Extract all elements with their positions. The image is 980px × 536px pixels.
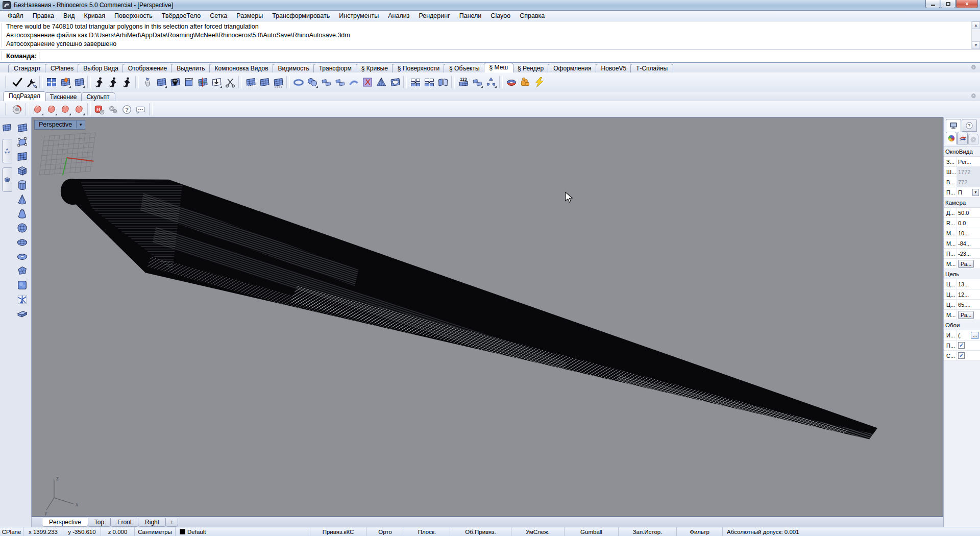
subd-convert-icon[interactable]: H: [92, 103, 106, 116]
property-value[interactable]: Ра...: [957, 310, 980, 320]
command-history[interactable]: There would be 740810 total triangular p…: [0, 21, 980, 50]
property-value[interactable]: 10...: [957, 228, 980, 238]
ribbon-tab-Т-Сплайны[interactable]: Т-Сплайны: [630, 64, 673, 72]
menu-item-Поверхность[interactable]: Поверхность: [110, 11, 157, 20]
status-cell-Орто[interactable]: Орто: [366, 527, 404, 536]
mesh-swap-icon[interactable]: [470, 75, 484, 89]
menu-item-Правка[interactable]: Правка: [28, 11, 59, 20]
subd-primitive-1-icon[interactable]: [31, 103, 44, 116]
viewport-title[interactable]: Perspective ▼: [34, 120, 85, 130]
viewport-tab-Front[interactable]: Front: [110, 518, 139, 527]
ribbon-tab-§ Кривые[interactable]: § Кривые: [356, 64, 394, 72]
menu-item-Анализ[interactable]: Анализ: [383, 11, 414, 20]
mesh-fan-icon[interactable]: [374, 75, 388, 89]
ribbon-tab-CPlanes[interactable]: CPlanes: [45, 64, 79, 72]
mesh-count-icon[interactable]: 123: [456, 75, 470, 89]
ribbon-tab-НовоеV5[interactable]: НовоеV5: [596, 64, 632, 72]
scroll-up-icon[interactable]: ▲: [972, 21, 980, 29]
property-value[interactable]: ✓: [957, 340, 980, 350]
status-cell-Сантиметры[interactable]: Сантиметры: [135, 527, 176, 536]
extract-connected-faces-icon[interactable]: [106, 75, 120, 89]
scroll-down-icon[interactable]: ▼: [972, 41, 980, 49]
mesh-chip-b-icon[interactable]: [333, 75, 347, 89]
purge-mesh-icon[interactable]: [168, 75, 182, 89]
mesh-ring-icon[interactable]: [291, 75, 305, 89]
status-cell-Gumball[interactable]: Gumball: [565, 527, 619, 536]
viewport-canvas[interactable]: z x y: [32, 118, 943, 516]
menu-item-Панели[interactable]: Панели: [455, 11, 486, 20]
property-value[interactable]: 0.0: [957, 218, 980, 228]
mirror-mesh-icon[interactable]: [436, 75, 450, 89]
property-value[interactable]: П▼: [957, 187, 980, 197]
mesh-steps-icon[interactable]: [72, 75, 86, 89]
mesh-toolbar-icon[interactable]: [0, 120, 14, 135]
mesh-slab-icon[interactable]: [15, 306, 29, 321]
status-cell-z[interactable]: z 0.000: [101, 527, 135, 536]
ribbon-tab-Видимость[interactable]: Видимость: [273, 64, 315, 72]
mesh-truncated-cone-icon[interactable]: [15, 206, 29, 221]
property-value[interactable]: ✓: [957, 351, 980, 360]
gear-icon[interactable]: [970, 63, 978, 71]
checkbox[interactable]: ✓: [958, 342, 965, 349]
add-viewport-tab[interactable]: +: [165, 518, 178, 527]
ribbon-tab-§ Поверхности[interactable]: § Поверхности: [392, 64, 445, 72]
property-value[interactable]: 50.0: [957, 208, 980, 217]
status-cell-Фильтр[interactable]: Фильтр: [677, 527, 723, 536]
tool-tab-ПодРаздел[interactable]: ПодРаздел: [3, 91, 46, 101]
status-cell-CPlane[interactable]: CPlane: [0, 527, 23, 536]
menu-item-Справка[interactable]: Справка: [515, 11, 549, 20]
mesh-from-points-icon[interactable]: [271, 75, 285, 89]
toolbar-grip[interactable]: [2, 23, 4, 47]
ribbon-tab-Оформления[interactable]: Оформления: [548, 64, 597, 72]
rebuild-mesh-icon[interactable]: [182, 75, 195, 89]
menu-item-Файл[interactable]: Файл: [3, 11, 28, 20]
viewport-properties-tab-icon[interactable]: [946, 119, 961, 132]
ribbon-tab-§ Рендер[interactable]: § Рендер: [512, 64, 549, 72]
display-tab-icon[interactable]: [946, 132, 957, 144]
toolbar-grip[interactable]: [5, 103, 7, 115]
extract-mesh-part-icon[interactable]: [92, 75, 106, 89]
menu-item-ТвёрдоеТело[interactable]: ТвёрдоеТело: [157, 11, 205, 20]
checkbox[interactable]: ✓: [958, 352, 965, 359]
subd-display-toggle-icon[interactable]: [10, 103, 24, 116]
mesh-split-bottom-icon[interactable]: [422, 75, 436, 89]
subd-settings-icon[interactable]: [106, 103, 120, 116]
property-value[interactable]: (....: [957, 330, 980, 340]
mesh-split-top-icon[interactable]: [408, 75, 422, 89]
status-cell-Абсолютный[interactable]: Абсолютный допуск: 0.001: [723, 527, 980, 536]
chevron-down-icon[interactable]: ▼: [77, 123, 85, 127]
status-cell-Зап.Истор.[interactable]: Зап.Истор.: [619, 527, 677, 536]
maximize-button[interactable]: [941, 0, 955, 8]
status-cell-y[interactable]: y -350.610: [63, 527, 101, 536]
viewport-tab-Perspective[interactable]: Perspective: [42, 518, 88, 527]
property-value[interactable]: Ра...: [957, 259, 980, 269]
mesh-ellipse-icon[interactable]: [388, 75, 402, 89]
property-button[interactable]: Ра...: [958, 311, 974, 319]
subd-primitive-3-icon[interactable]: [58, 103, 72, 116]
toolbar-grip[interactable]: [5, 76, 7, 88]
render-style-tab-icon[interactable]: [957, 132, 968, 144]
close-button[interactable]: ×: [956, 0, 978, 8]
align-mesh-vertices-icon[interactable]: [195, 75, 209, 89]
ribbon-tab-§ Объекты[interactable]: § Объекты: [444, 64, 485, 72]
mesh-sphere-icon[interactable]: [15, 221, 29, 235]
menu-item-Размеры[interactable]: Размеры: [232, 11, 267, 20]
ribbon-tab-Стандарт[interactable]: Стандарт: [8, 64, 46, 72]
curvature-analysis-icon[interactable]: [360, 75, 374, 89]
mesh-explode-icon[interactable]: [15, 292, 29, 306]
mesh-cone-icon[interactable]: [15, 192, 29, 206]
viewport-tab-Right[interactable]: Right: [138, 518, 166, 527]
ribbon-tab-Выделить[interactable]: Выделить: [171, 64, 210, 72]
ribbon-tab-Отображение[interactable]: Отображение: [122, 64, 173, 72]
mesh-plane-icon[interactable]: [15, 149, 29, 163]
bend-mesh-icon[interactable]: [347, 75, 360, 89]
menu-item-Инструменты[interactable]: Инструменты: [334, 11, 383, 20]
mesh-from-surface-icon[interactable]: [15, 120, 29, 135]
help-icon[interactable]: ?: [120, 103, 134, 116]
perspective-viewport[interactable]: z x y Perspective ▼: [32, 117, 943, 517]
viewport-tab-Top[interactable]: Top: [87, 518, 111, 527]
flyout-tab-box-icon[interactable]: [2, 167, 12, 192]
project-mesh-icon[interactable]: [209, 75, 223, 89]
command-history-scrollbar[interactable]: ▲ ▼: [971, 21, 980, 49]
triangulate-mesh-icon[interactable]: [484, 75, 498, 89]
